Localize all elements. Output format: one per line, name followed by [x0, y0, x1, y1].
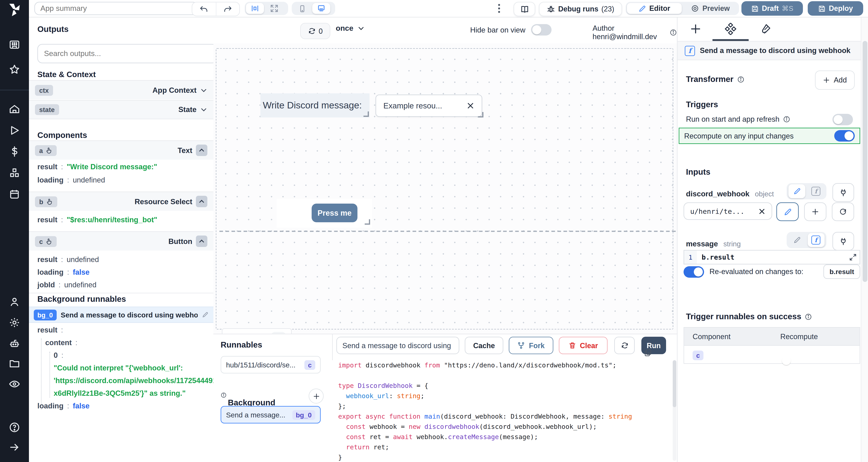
undo-button[interactable] [192, 2, 216, 16]
code-scrollbar[interactable] [673, 360, 676, 461]
text-component[interactable]: Write Discord message: [260, 93, 370, 118]
connect-plug-icon[interactable] [832, 183, 854, 202]
expand-icon[interactable] [265, 3, 283, 14]
help-icon[interactable] [9, 422, 20, 433]
trigger-success-title: Trigger runnables on success [686, 312, 812, 321]
chevron-down-icon[interactable] [200, 87, 207, 94]
docs-button[interactable] [514, 2, 535, 16]
edit-resource-pencil-button[interactable] [776, 202, 799, 221]
run-mode-dropdown[interactable]: once [336, 24, 365, 33]
zoom-in-button[interactable]: + [271, 332, 286, 334]
refresh-resource-button[interactable] [832, 202, 854, 221]
folder-icon[interactable] [9, 358, 20, 369]
windmill-logo-icon[interactable] [6, 2, 22, 16]
clear-button[interactable]: Clear [559, 337, 608, 354]
refresh-counter[interactable]: 0 [300, 23, 330, 39]
panel-scrollbar[interactable] [861, 17, 868, 462]
layout-toggle-group [245, 2, 288, 15]
user-icon[interactable] [9, 296, 20, 308]
add-bg-runnable-button[interactable] [309, 389, 324, 403]
schedules-calendar-icon[interactable] [9, 189, 20, 200]
tab-settings-diamonds-icon[interactable] [724, 23, 737, 35]
ctx-row[interactable]: ctx App Context [29, 80, 213, 99]
tab-theme-brush-icon[interactable] [760, 23, 772, 35]
reevaluate-target-badge[interactable]: b.result [824, 264, 860, 279]
workers-robot-icon[interactable] [9, 338, 20, 349]
audit-eye-icon[interactable] [9, 378, 20, 390]
info-icon[interactable] [805, 313, 812, 320]
connect-plug-icon[interactable] [832, 232, 854, 251]
runnable-item[interactable]: hub/1511/discord/se... c [221, 356, 321, 373]
reevaluate-toggle[interactable] [684, 266, 704, 277]
tab-editor[interactable]: Editor [627, 3, 682, 14]
col-recompute: Recompute [772, 332, 860, 341]
reevaluate-row: Re-evaluated on changes to: b.result [684, 264, 860, 279]
press-me-button[interactable]: Press me [312, 204, 358, 222]
component-settings-panel: f Send a message to discord using webhoo… [677, 17, 868, 462]
info-icon[interactable] [783, 116, 790, 123]
recompute-toggle[interactable] [834, 130, 855, 141]
chevron-up-icon[interactable] [196, 196, 207, 207]
eval-function-icon[interactable]: f [808, 184, 825, 198]
chevron-down-icon[interactable] [200, 106, 207, 113]
copy-code-icon[interactable] [644, 348, 652, 357]
component-a-header[interactable]: a Text [29, 140, 213, 160]
cache-button[interactable]: Cache [465, 337, 503, 354]
resize-handle[interactable] [478, 112, 484, 118]
center-align-icon[interactable] [246, 3, 264, 14]
indent-guide [50, 352, 50, 398]
message-expression-editor[interactable]: 1 b.result [684, 250, 860, 264]
eval-function-icon[interactable]: f [808, 233, 825, 247]
bg-runnable-item-selected[interactable]: Send a message... bg_0 [221, 406, 321, 424]
info-icon[interactable] [670, 29, 677, 36]
apps-icon[interactable] [9, 39, 20, 51]
bg0-runnable-row[interactable]: bg_0 Send a message to discord using web… [29, 306, 213, 323]
mobile-icon[interactable] [293, 3, 311, 14]
runnable-name-input[interactable] [336, 337, 459, 354]
resize-handle[interactable] [365, 219, 370, 225]
run-on-start-toggle[interactable] [832, 113, 853, 125]
runnables-column: Runnables hub/1511/discord/se... c Backg… [213, 334, 333, 462]
static-pencil-icon[interactable] [788, 233, 806, 247]
clear-x-icon[interactable] [467, 102, 474, 110]
create-resource-plus-button[interactable] [804, 202, 827, 221]
add-transformer-button[interactable]: Add [815, 70, 855, 90]
chevron-up-icon[interactable] [196, 235, 207, 247]
fork-button[interactable]: Fork [509, 337, 553, 354]
draft-button[interactable]: Draft ⌘S [741, 1, 803, 16]
deploy-button[interactable]: Deploy [808, 1, 863, 16]
static-pencil-icon[interactable] [788, 184, 806, 198]
settings-tabs [678, 17, 861, 41]
expand-editor-icon[interactable] [849, 253, 857, 261]
code-area[interactable]: import discordwebhook from "https://deno… [332, 360, 672, 462]
resize-handle[interactable] [364, 111, 369, 117]
component-b-header[interactable]: b Resource Select [29, 192, 213, 211]
app-canvas[interactable]: Write Discord message: Example resou... … [213, 43, 677, 334]
resource-picker[interactable]: u/henri/te... [684, 202, 772, 220]
tab-preview[interactable]: Preview [683, 3, 738, 14]
tab-insert-plus-icon[interactable] [689, 23, 702, 35]
home-icon[interactable] [9, 104, 20, 115]
dollar-icon[interactable] [9, 146, 20, 157]
runs-play-icon[interactable] [9, 125, 20, 136]
redo-button[interactable] [216, 2, 240, 16]
chevron-up-icon[interactable] [196, 144, 207, 156]
app-summary-input[interactable] [34, 2, 198, 15]
resources-cubes-icon[interactable] [9, 167, 20, 179]
resource-select-component[interactable]: Example resou... [375, 95, 482, 117]
star-icon[interactable] [9, 64, 20, 75]
hide-bar-toggle[interactable] [531, 24, 551, 36]
reload-button[interactable] [614, 337, 635, 354]
search-outputs-input[interactable] [37, 44, 214, 63]
info-icon[interactable] [737, 76, 744, 83]
desktop-icon[interactable] [312, 3, 330, 14]
edit-pencil-icon[interactable] [202, 311, 209, 318]
gear-icon[interactable] [9, 317, 20, 328]
debug-runs-button[interactable]: Debug runs (23) [539, 2, 622, 16]
resource-select-value: Example resou... [383, 101, 467, 110]
more-menu-icon[interactable] [495, 4, 503, 13]
state-row[interactable]: state State [29, 100, 213, 119]
clear-x-icon[interactable] [758, 208, 766, 215]
component-c-header[interactable]: c Button [29, 231, 213, 251]
collapse-arrow-icon[interactable] [9, 441, 20, 453]
